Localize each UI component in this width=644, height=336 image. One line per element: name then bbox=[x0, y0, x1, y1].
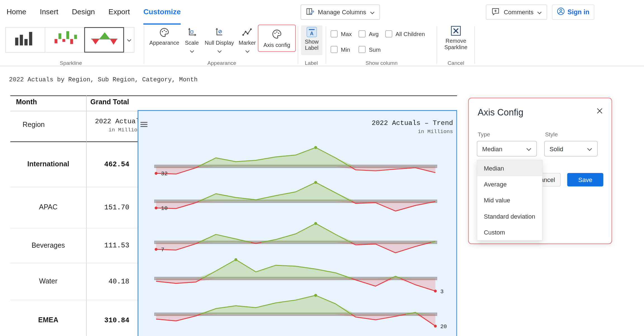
dropdown-option-average[interactable]: Average bbox=[477, 176, 542, 192]
remove-line2: Sparkline bbox=[444, 44, 468, 51]
checkbox-avg[interactable]: Avg bbox=[359, 30, 379, 37]
scale-button[interactable]: Scale bbox=[181, 27, 202, 51]
sparkline-style-more-button[interactable] bbox=[124, 27, 134, 53]
comments-button[interactable]: Comments bbox=[486, 4, 547, 20]
type-select-value: Median bbox=[482, 145, 502, 152]
cell-value[interactable]: 462.54 bbox=[86, 142, 134, 187]
report-title: 2022 Actuals by Region, Sub Region, Cate… bbox=[9, 76, 198, 83]
drag-handle-icon[interactable] bbox=[141, 121, 148, 128]
pivot-table: Month Grand Total Region 2022 Actuals in… bbox=[10, 95, 457, 336]
checkbox-all-children[interactable]: All Children bbox=[385, 30, 425, 37]
checkbox-label: Avg bbox=[369, 30, 379, 37]
chevron-down-icon bbox=[537, 9, 542, 16]
null-display-label: Null Display bbox=[205, 40, 234, 46]
winloss-sparkline-icon bbox=[48, 28, 81, 51]
cell-value[interactable]: 111.53 bbox=[86, 228, 134, 263]
table-border bbox=[10, 111, 138, 111]
actuals-header-line1: 2022 Actuals bbox=[86, 117, 144, 125]
sparkline-chart[interactable]: 20 bbox=[153, 292, 455, 333]
save-button[interactable]: Save bbox=[567, 173, 603, 186]
menu-item-home[interactable]: Home bbox=[7, 0, 27, 25]
group-divider bbox=[298, 26, 298, 64]
sign-in-button[interactable]: Sign in bbox=[552, 4, 594, 20]
checkbox-label: Sum bbox=[369, 46, 381, 53]
sparkline-chart[interactable]: 7 bbox=[153, 220, 455, 261]
marker-button[interactable]: Marker bbox=[236, 27, 259, 51]
menu-item-design[interactable]: Design bbox=[72, 0, 95, 25]
menu-item-export[interactable]: Export bbox=[108, 0, 130, 25]
checkbox-label: Max bbox=[341, 30, 352, 37]
trend-column-selection[interactable]: 2022 Actuals – Trend in Millions 32 10 7… bbox=[138, 110, 457, 336]
show-label-line2: Label bbox=[305, 45, 319, 51]
group-divider bbox=[144, 26, 144, 64]
dropdown-option-median[interactable]: Median bbox=[477, 160, 542, 176]
panel-title: Axis Config bbox=[478, 107, 524, 118]
actuals-header-line2: in Millions bbox=[86, 127, 144, 133]
checkbox-box bbox=[331, 46, 338, 53]
comments-label: Comments bbox=[504, 9, 534, 16]
sparkline-style-winloss[interactable] bbox=[45, 27, 85, 53]
dropdown-option-standard-deviation[interactable]: Standard deviation bbox=[477, 208, 542, 224]
cell-value[interactable]: 310.84 bbox=[86, 300, 134, 336]
sign-in-label: Sign in bbox=[567, 8, 589, 16]
checkbox-sum[interactable]: Sum bbox=[359, 46, 381, 53]
dropdown-option-custom[interactable]: Custom bbox=[477, 224, 542, 240]
menu-item-insert[interactable]: Insert bbox=[40, 0, 58, 25]
type-select[interactable]: Median bbox=[477, 141, 537, 157]
column-header-trend[interactable]: 2022 Actuals – Trend in Millions bbox=[372, 119, 453, 135]
person-circle-icon bbox=[557, 7, 565, 17]
sparkline-style-trend[interactable] bbox=[84, 27, 124, 53]
x-box-icon bbox=[451, 25, 461, 37]
menu-item-customize[interactable]: Customize bbox=[143, 0, 181, 25]
group-label-show-column: Show column bbox=[328, 60, 435, 66]
show-label-button[interactable]: A Show Label bbox=[301, 25, 322, 55]
style-select[interactable]: Solid bbox=[544, 141, 598, 157]
checkbox-min[interactable]: Min bbox=[331, 46, 350, 53]
manage-columns-icon bbox=[306, 7, 314, 17]
row-label[interactable]: International bbox=[10, 142, 86, 187]
trend-header-line2: in Millions bbox=[372, 129, 453, 135]
label-a-icon: A bbox=[306, 27, 317, 39]
checkbox-box bbox=[359, 46, 366, 53]
sparkline-chart[interactable]: 3 bbox=[153, 256, 455, 297]
close-button[interactable] bbox=[595, 107, 604, 115]
sparkline-chart[interactable]: 10 bbox=[153, 179, 455, 220]
axis-type-dropdown-list: MedianAverageMid valueStandard deviation… bbox=[477, 160, 543, 241]
chevron-down-icon bbox=[127, 36, 131, 43]
checkbox-label: Min bbox=[341, 46, 350, 53]
manage-columns-button[interactable]: Manage Columns bbox=[301, 4, 380, 20]
svg-text:10: 10 bbox=[161, 205, 168, 212]
row-label[interactable]: Water bbox=[10, 263, 86, 300]
svg-text:7: 7 bbox=[161, 247, 164, 253]
null-display-button[interactable]: Null Display bbox=[203, 27, 236, 51]
checkbox-max[interactable]: Max bbox=[331, 30, 352, 37]
sparkline-style-column[interactable] bbox=[5, 27, 45, 53]
svg-text:32: 32 bbox=[161, 171, 168, 177]
cell-value[interactable]: 40.18 bbox=[86, 263, 134, 300]
trend-header-line1: 2022 Actuals – Trend bbox=[372, 119, 453, 127]
checkbox-label: All Children bbox=[396, 30, 425, 37]
column-header-month[interactable]: Month bbox=[16, 98, 37, 106]
column-header-actuals[interactable]: 2022 Actuals in Millions bbox=[86, 117, 144, 133]
group-divider bbox=[437, 26, 437, 64]
cell-value[interactable]: 151.70 bbox=[86, 187, 134, 228]
group-label-label: Label bbox=[299, 60, 324, 66]
show-label-line1: Show bbox=[305, 39, 319, 45]
checkbox-box bbox=[385, 30, 392, 37]
remove-sparkline-button[interactable]: Remove Sparkline bbox=[440, 25, 472, 51]
svg-text:20: 20 bbox=[440, 323, 447, 330]
column-sparkline-icon bbox=[9, 28, 42, 51]
row-label[interactable]: APAC bbox=[10, 187, 86, 228]
axis-config-button[interactable]: Axis config bbox=[258, 25, 296, 52]
comment-plus-icon bbox=[491, 7, 500, 17]
row-label[interactable]: EMEA bbox=[10, 300, 86, 336]
row-dimension-header[interactable]: Region bbox=[23, 121, 45, 129]
column-header-grand-total[interactable]: Grand Total bbox=[90, 98, 129, 106]
chevron-down-icon bbox=[370, 9, 374, 16]
dropdown-option-mid-value[interactable]: Mid value bbox=[477, 192, 542, 208]
appearance-button[interactable]: Appearance bbox=[147, 27, 181, 46]
row-label[interactable]: Beverages bbox=[10, 228, 86, 263]
line-markers-icon bbox=[242, 27, 252, 39]
remove-line1: Remove bbox=[446, 38, 466, 44]
svg-text:A: A bbox=[310, 31, 314, 36]
